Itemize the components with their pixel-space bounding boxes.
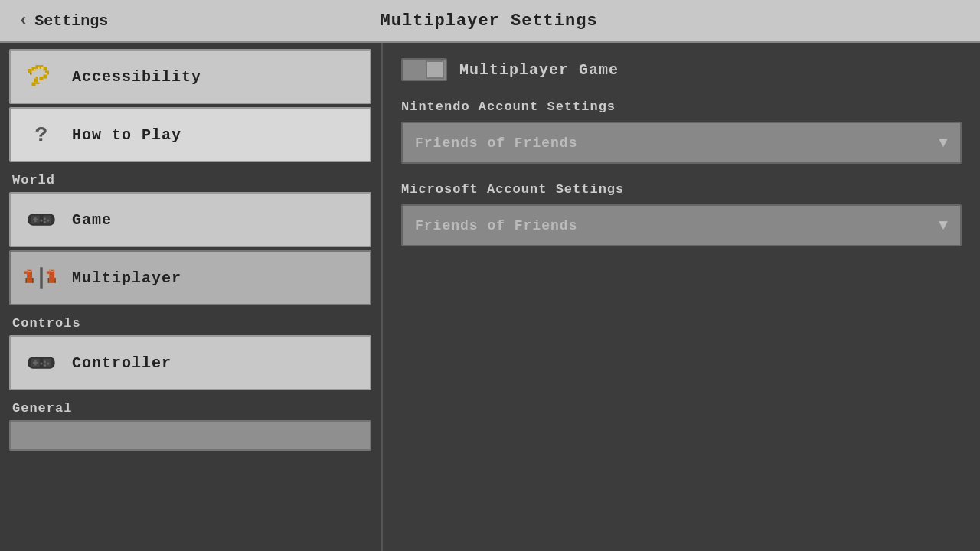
controller-label: Controller — [72, 354, 172, 372]
svg-rect-16 — [45, 73, 47, 75]
svg-point-53 — [40, 362, 42, 364]
svg-point-22 — [44, 217, 46, 220]
multiplayer-toggle-row: Multiplayer Game — [401, 58, 962, 81]
svg-rect-30 — [28, 271, 31, 272]
nintendo-dropdown-value: Friends of Friends — [415, 135, 577, 151]
microsoft-dropdown-value: Friends of Friends — [415, 218, 577, 233]
key-icon — [23, 58, 60, 95]
back-chevron-icon: ‹ — [18, 11, 28, 31]
svg-rect-35 — [47, 271, 49, 273]
sidebar-item-game[interactable]: Game — [9, 192, 371, 247]
svg-rect-38 — [53, 270, 54, 272]
svg-rect-12 — [30, 73, 32, 75]
svg-rect-41 — [49, 278, 54, 283]
nintendo-dropdown[interactable]: Friends of Friends ▼ — [401, 122, 962, 164]
svg-rect-31 — [28, 272, 31, 275]
svg-point-51 — [47, 362, 49, 364]
nintendo-dropdown-arrow-icon: ▼ — [939, 134, 948, 152]
question-icon: ? — [23, 116, 60, 153]
sidebar-item-general-placeholder[interactable] — [9, 420, 371, 451]
svg-rect-28 — [27, 270, 28, 272]
nintendo-section-title: Nintendo Account Settings — [401, 99, 962, 114]
svg-rect-40 — [51, 272, 53, 275]
back-label: Settings — [34, 12, 108, 30]
svg-rect-29 — [31, 270, 32, 272]
svg-rect-33 — [25, 278, 27, 283]
page-title: Multiplayer Settings — [381, 11, 598, 31]
multiplayer-game-toggle[interactable] — [401, 58, 447, 81]
multiplayer-icon — [23, 259, 60, 296]
svg-rect-8 — [36, 77, 38, 79]
svg-rect-10 — [32, 83, 36, 86]
game-label: Game — [72, 211, 112, 229]
microsoft-section-title: Microsoft Account Settings — [401, 182, 962, 197]
microsoft-dropdown-arrow-icon: ▼ — [939, 217, 948, 234]
sidebar: Accessibility ? How to Play World — [0, 43, 383, 551]
controller-gamepad-icon — [23, 344, 60, 381]
svg-rect-7 — [40, 77, 44, 80]
svg-rect-4 — [44, 67, 47, 71]
svg-rect-39 — [51, 271, 53, 272]
svg-point-24 — [44, 221, 46, 223]
right-panel: Multiplayer Game Nintendo Account Settin… — [383, 43, 980, 551]
svg-rect-37 — [49, 270, 51, 272]
main-layout: Accessibility ? How to Play World — [0, 43, 980, 551]
svg-rect-44 — [40, 267, 42, 288]
svg-rect-9 — [34, 79, 38, 83]
sidebar-item-accessibility[interactable]: Accessibility — [9, 49, 371, 104]
section-general-label: General — [9, 393, 371, 420]
svg-rect-15 — [34, 69, 36, 71]
svg-rect-0 — [28, 69, 32, 73]
section-controls-label: Controls — [9, 308, 371, 335]
svg-rect-26 — [24, 271, 27, 273]
svg-rect-11 — [36, 83, 40, 85]
svg-rect-6 — [44, 75, 47, 79]
section-world-label: World — [9, 165, 371, 192]
how-to-play-label: How to Play — [72, 126, 181, 144]
svg-point-50 — [44, 360, 46, 363]
accessibility-label: Accessibility — [72, 68, 201, 86]
svg-rect-13 — [41, 67, 44, 70]
svg-rect-49 — [34, 360, 36, 366]
sidebar-item-how-to-play[interactable]: ? How to Play — [9, 107, 371, 162]
svg-rect-14 — [38, 67, 40, 70]
back-button[interactable]: ‹ Settings — [18, 11, 108, 31]
svg-rect-21 — [34, 217, 36, 223]
svg-rect-34 — [32, 278, 34, 283]
svg-point-52 — [44, 364, 46, 367]
svg-rect-32 — [27, 278, 32, 283]
svg-point-23 — [47, 219, 49, 221]
multiplayer-label: Multiplayer — [72, 269, 181, 287]
svg-rect-43 — [54, 278, 56, 283]
microsoft-dropdown[interactable]: Friends of Friends ▼ — [401, 204, 962, 246]
multiplayer-game-toggle-label: Multiplayer Game — [459, 61, 619, 79]
toggle-knob — [426, 60, 444, 79]
sidebar-item-controller[interactable]: Controller — [9, 335, 371, 390]
sidebar-item-multiplayer[interactable]: Multiplayer — [9, 250, 371, 305]
gamepad-icon — [23, 201, 60, 238]
svg-point-25 — [40, 219, 42, 221]
header: ‹ Settings Multiplayer Settings — [0, 0, 980, 43]
svg-rect-42 — [48, 278, 50, 283]
